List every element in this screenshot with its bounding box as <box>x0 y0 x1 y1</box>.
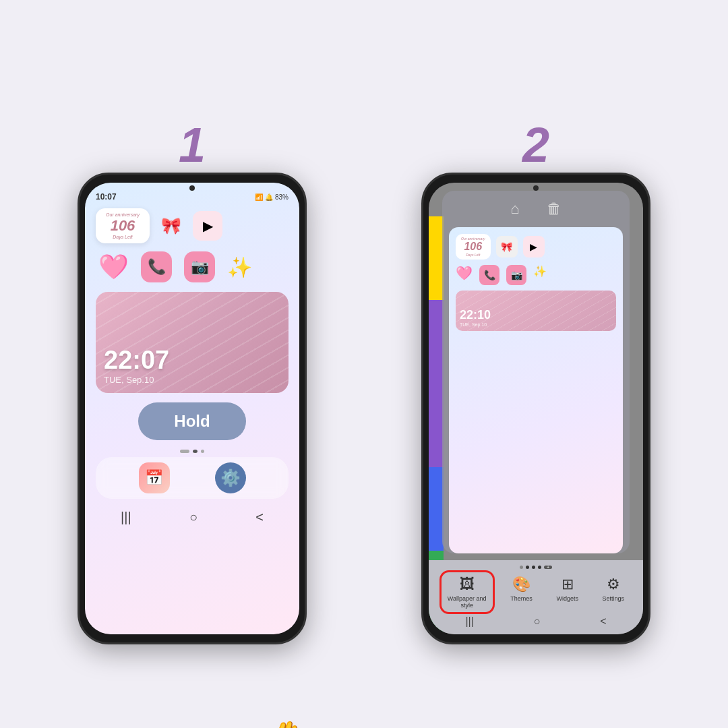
widgets-icon: ⊞ <box>562 576 574 593</box>
bottom-edit-panel: + 🖼 Wallpaper andstyle <box>429 560 643 634</box>
status-icons-group: 📶 🔔 83% <box>255 193 289 201</box>
pdot-1 <box>520 566 523 569</box>
front-camera-2 <box>533 185 539 191</box>
mini-phone-icon: 📞 <box>479 265 499 285</box>
page-dot-3 <box>201 450 204 453</box>
wifi-icon: 📶 <box>255 193 263 201</box>
mini-clock-date: TUE, Sep.10 <box>460 322 491 327</box>
recents-nav[interactable]: < <box>255 510 264 525</box>
phone2-screen: ⌂ 🗑 Our anniversary 106 <box>429 183 643 634</box>
anniversary-number: 106 <box>102 217 143 235</box>
themes-icon: 🎨 <box>512 576 530 593</box>
top-widget-row: Our anniversary 106 Days Left 🎀 ▶ <box>85 204 299 247</box>
phone1-home-screen: 10:07 📶 🔔 83% Our anniversary 106 <box>85 183 299 634</box>
camera-app-icon[interactable]: 📷 <box>184 251 215 282</box>
navigation-bar-2: ||| ○ < <box>429 611 643 632</box>
main-container: 1 10:07 📶 🔔 83% <box>0 0 728 728</box>
settings-label: Settings <box>603 595 625 602</box>
mini-clock-time: 22:10 <box>460 308 491 322</box>
heart-3d-icon[interactable]: 🩷 <box>98 253 129 281</box>
mini-clip-icon: 🎀 <box>496 236 518 257</box>
mini-camera-icon: 📷 <box>506 265 526 285</box>
pdot-add[interactable]: + <box>544 566 552 569</box>
anniversary-widget: Our anniversary 106 Days Left <box>96 208 150 243</box>
calendar-app[interactable]: 📅 <box>139 462 170 493</box>
pdot-2 <box>526 566 529 569</box>
page-dot-1 <box>180 450 189 453</box>
back-nav[interactable]: ||| <box>121 510 131 525</box>
nav-home-2[interactable]: ○ <box>534 615 541 628</box>
overlay-top-actions: ⌂ 🗑 <box>501 191 570 227</box>
settings-app[interactable]: ⚙️ <box>215 462 246 493</box>
nav-back-2[interactable]: ||| <box>465 615 473 628</box>
page-dot-2 <box>193 450 198 453</box>
nav-recent-2[interactable]: < <box>600 615 606 628</box>
mini-youtube-icon: ▶ <box>523 236 545 257</box>
phones-wrapper: 1 10:07 📶 🔔 83% <box>20 77 708 651</box>
mini-clock-info: 22:10 TUE, Sep.10 <box>460 308 491 327</box>
themes-menu-item[interactable]: 🎨 Themes <box>510 576 533 609</box>
bar-yellow <box>429 216 444 300</box>
mini-widget-row: Our anniversary 106 Days Left 🎀 ▶ <box>456 234 616 260</box>
overlay-trash-icon[interactable]: 🗑 <box>547 200 562 218</box>
phone1-column: 1 10:07 📶 🔔 83% <box>78 117 307 651</box>
mini-heart-icon: 🩷 <box>456 265 473 285</box>
stars-icon[interactable]: ✨ <box>227 255 252 279</box>
phone2-home-edit-screen: ⌂ 🗑 Our anniversary 106 <box>429 183 643 634</box>
app-row: 🩷 📞 📷 ✨ <box>85 247 299 286</box>
anniversary-label: Our anniversary <box>102 212 143 217</box>
mini-anniversary-widget: Our anniversary 106 Days Left <box>456 234 491 260</box>
phone1-device: 10:07 📶 🔔 83% Our anniversary 106 <box>78 173 307 644</box>
phone2-device: ⌂ 🗑 Our anniversary 106 <box>421 173 650 644</box>
clock-widget: 22:07 TUE, Sep.10 <box>96 292 289 393</box>
pdot-3 <box>532 566 535 569</box>
home-nav[interactable]: ○ <box>189 510 198 525</box>
app-dock: 📅 ⚙️ <box>96 457 289 499</box>
edit-menu: 🖼 Wallpaper andstyle 🎨 Themes <box>429 573 643 611</box>
bar-purple <box>429 300 444 467</box>
front-camera <box>189 185 195 191</box>
phone2-column: 2 <box>421 117 650 651</box>
mini-ann-num: 106 <box>461 241 485 253</box>
status-time: 10:07 <box>96 192 117 202</box>
wallpaper-icon: 🖼 <box>460 576 475 593</box>
phone-app-icon[interactable]: 📞 <box>141 251 172 282</box>
sound-icon: 🔔 <box>265 193 273 201</box>
clock-time: 22:07 <box>104 346 169 375</box>
mini-app-row: 🩷 📞 📷 ✨ <box>456 265 616 285</box>
phone1-screen: 10:07 📶 🔔 83% Our anniversary 106 <box>85 183 299 634</box>
navigation-bar: ||| ○ < <box>85 503 299 532</box>
clip-app-icon[interactable]: 🎀 <box>156 211 186 241</box>
home-edit-overlay: ⌂ 🗑 Our anniversary 106 <box>442 191 630 553</box>
hold-button[interactable]: Hold <box>138 402 246 440</box>
wallpaper-menu-item[interactable]: 🖼 Wallpaper andstyle <box>448 576 487 609</box>
widgets-label: Widgets <box>556 595 578 602</box>
battery: 83% <box>275 193 289 201</box>
clock-date: TUE, Sep.10 <box>104 375 169 385</box>
themes-label: Themes <box>510 595 533 602</box>
clock-info: 22:07 TUE, Sep.10 <box>104 346 169 385</box>
mini-stars-icon: ✨ <box>533 265 547 285</box>
mini-ann-sub: Days Left <box>461 253 485 257</box>
settings-menu-icon: ⚙ <box>607 576 620 593</box>
overlay-home-icon[interactable]: ⌂ <box>510 200 519 218</box>
youtube-app-icon[interactable]: ▶ <box>193 211 222 241</box>
step1-number: 1 <box>179 117 206 173</box>
mini-home-preview: Our anniversary 106 Days Left 🎀 ▶ � <box>449 227 623 553</box>
widgets-menu-item[interactable]: ⊞ Widgets <box>556 576 578 609</box>
pdot-4 <box>538 566 541 569</box>
step2-number: 2 <box>522 117 549 173</box>
page-indicator <box>85 450 299 453</box>
settings-menu-item[interactable]: ⚙ Settings <box>603 576 625 609</box>
hand-cursor-1: 🤚 <box>249 710 320 728</box>
page-dots: + <box>429 566 643 569</box>
bar-blue <box>429 467 444 551</box>
wallpaper-label: Wallpaper andstyle <box>448 595 487 609</box>
mini-clock-widget: 22:10 TUE, Sep.10 <box>456 291 616 331</box>
anniversary-sub: Days Left <box>102 235 143 239</box>
